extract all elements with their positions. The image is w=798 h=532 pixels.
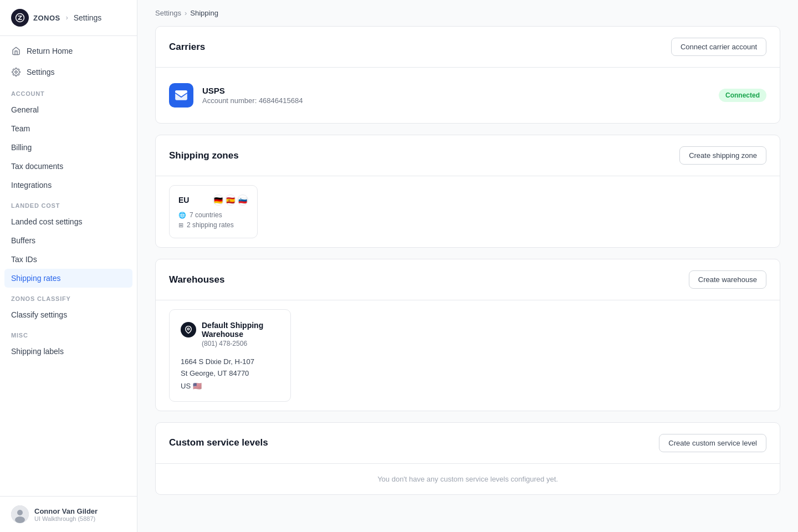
flag-spain: 🇪🇸: [225, 195, 236, 206]
shipping-zones-title: Shipping zones: [169, 150, 239, 161]
header-chevron: ›: [66, 14, 68, 22]
avatar: [11, 505, 29, 523]
custom-service-levels-card: Custom service levels Create custom serv…: [155, 422, 780, 495]
warehouses-title: Warehouses: [169, 274, 224, 285]
sidebar-item-billing[interactable]: Billing: [0, 138, 137, 157]
content-area: Carriers Connect carrier account USPS Ac…: [137, 22, 798, 513]
warehouses-header: Warehouses Create warehouse: [156, 259, 780, 300]
carrier-account: Account number: 46846415684: [202, 96, 710, 105]
sidebar-item-landed-cost-settings[interactable]: Landed cost settings: [0, 212, 137, 231]
footer-user-sub: UI Walkthrough (5887): [34, 515, 98, 522]
warehouse-address-line2: St George, UT 84770: [181, 368, 279, 380]
sidebar: ZONOS › Settings Return Home Settings: [0, 0, 137, 532]
warehouse-address: 1664 S Dixie Dr, H-107 St George, UT 847…: [181, 356, 279, 380]
main-content: Settings › Shipping Carriers Connect car…: [137, 0, 798, 532]
connected-badge: Connected: [719, 89, 766, 102]
footer-info: Connor Van Gilder UI Walkthrough (5887): [34, 507, 98, 522]
breadcrumb: Settings › Shipping: [137, 0, 798, 22]
shipping-zones-header: Shipping zones Create shipping zone: [156, 135, 780, 176]
zone-meta-eu: 🌐 7 countries ⊞ 2 shipping rates: [178, 211, 248, 229]
sidebar-item-general[interactable]: General: [0, 100, 137, 119]
warehouses-card: Warehouses Create warehouse Default Ship…: [155, 259, 780, 411]
sidebar-item-tax-ids[interactable]: Tax IDs: [0, 250, 137, 269]
breadcrumb-separator: ›: [185, 9, 187, 17]
zone-header-eu: EU 🇩🇪 🇪🇸 🇸🇮: [178, 195, 248, 206]
usps-icon: [169, 83, 193, 108]
flag-slovenia: 🇸🇮: [237, 195, 248, 206]
warehouse-header: Default Shipping Warehouse (801) 478-250…: [181, 321, 279, 347]
settings-label: Settings: [27, 68, 55, 76]
shipping-zones-card: Shipping zones Create shipping zone EU 🇩…: [155, 135, 780, 248]
carriers-card: Carriers Connect carrier account USPS Ac…: [155, 26, 780, 124]
svg-point-4: [15, 516, 25, 523]
warehouse-card-default[interactable]: Default Shipping Warehouse (801) 478-250…: [169, 309, 291, 402]
globe-icon: 🌐: [178, 212, 186, 219]
shipping-zones-body: EU 🇩🇪 🇪🇸 🇸🇮 🌐 7 countries: [156, 176, 780, 247]
zone-flags-eu: 🇩🇪 🇪🇸 🇸🇮: [213, 195, 248, 206]
classify-section-label: ZONOS CLASSIFY: [0, 288, 137, 305]
carriers-card-body: USPS Account number: 46846415684 Connect…: [156, 68, 780, 123]
header-page-title: Settings: [74, 13, 102, 22]
warehouse-country-label: US: [181, 382, 191, 390]
carriers-title: Carriers: [169, 42, 205, 53]
sidebar-item-buffers[interactable]: Buffers: [0, 231, 137, 250]
sidebar-item-team[interactable]: Team: [0, 119, 137, 138]
zonos-logo: [11, 9, 29, 27]
carrier-row-usps: USPS Account number: 46846415684 Connect…: [169, 76, 766, 114]
carriers-card-header: Carriers Connect carrier account: [156, 27, 780, 68]
warehouse-phone: (801) 478-2506: [202, 340, 279, 347]
custom-service-levels-title: Custom service levels: [169, 437, 268, 448]
warehouse-info: Default Shipping Warehouse (801) 478-250…: [202, 321, 279, 347]
warehouse-location-icon: [181, 322, 196, 337]
landed-cost-section-label: LANDED COST: [0, 195, 137, 212]
create-warehouse-button[interactable]: Create warehouse: [689, 270, 766, 289]
warehouses-body: Default Shipping Warehouse (801) 478-250…: [156, 300, 780, 411]
warehouse-country: US 🇺🇸: [181, 382, 279, 390]
flag-germany: 🇩🇪: [213, 195, 224, 206]
gear-icon: [11, 67, 21, 77]
rates-icon: ⊞: [178, 222, 183, 229]
sidebar-header: ZONOS › Settings: [0, 0, 137, 36]
create-custom-service-level-button[interactable]: Create custom service level: [659, 434, 766, 452]
zone-countries-label: 7 countries: [190, 211, 222, 219]
zone-name-eu: EU: [178, 196, 189, 204]
breadcrumb-current: Shipping: [190, 9, 218, 17]
zone-rates-label: 2 shipping rates: [187, 221, 234, 229]
sidebar-footer: Connor Van Gilder UI Walkthrough (5887): [0, 496, 137, 532]
zone-card-eu[interactable]: EU 🇩🇪 🇪🇸 🇸🇮 🌐 7 countries: [169, 185, 258, 238]
sidebar-item-return-home[interactable]: Return Home: [0, 40, 137, 62]
carrier-info-usps: USPS Account number: 46846415684: [202, 86, 710, 105]
svg-point-3: [17, 510, 23, 515]
sidebar-item-shipping-labels[interactable]: Shipping labels: [0, 342, 137, 361]
sidebar-item-settings[interactable]: Settings: [0, 62, 137, 83]
home-icon: [11, 46, 21, 56]
zone-countries: 🌐 7 countries: [178, 211, 248, 219]
zone-shipping-rates: ⊞ 2 shipping rates: [178, 221, 248, 229]
create-shipping-zone-button[interactable]: Create shipping zone: [679, 146, 766, 165]
svg-point-6: [187, 328, 190, 330]
warehouse-name: Default Shipping Warehouse: [202, 321, 279, 339]
sidebar-item-classify-settings[interactable]: Classify settings: [0, 305, 137, 324]
sidebar-item-tax-documents[interactable]: Tax documents: [0, 157, 137, 176]
warehouse-address-line1: 1664 S Dixie Dr, H-107: [181, 356, 279, 368]
misc-section-label: MISC: [0, 324, 137, 342]
custom-service-levels-header: Custom service levels Create custom serv…: [156, 423, 780, 464]
svg-point-1: [15, 71, 17, 73]
return-home-label: Return Home: [27, 47, 73, 55]
account-section-label: ACCOUNT: [0, 83, 137, 100]
sidebar-item-shipping-rates[interactable]: Shipping rates: [4, 269, 132, 288]
us-flag-icon: 🇺🇸: [193, 382, 202, 390]
connect-carrier-button[interactable]: Connect carrier account: [671, 38, 766, 56]
brand-name: ZONOS: [33, 14, 60, 22]
custom-service-levels-empty: You don't have any custom service levels…: [156, 464, 780, 494]
sidebar-item-integrations[interactable]: Integrations: [0, 176, 137, 195]
sidebar-navigation: Return Home Settings ACCOUNT General Tea…: [0, 36, 137, 496]
footer-user-name: Connor Van Gilder: [34, 507, 98, 515]
breadcrumb-parent[interactable]: Settings: [155, 9, 181, 17]
carrier-name: USPS: [202, 86, 710, 95]
